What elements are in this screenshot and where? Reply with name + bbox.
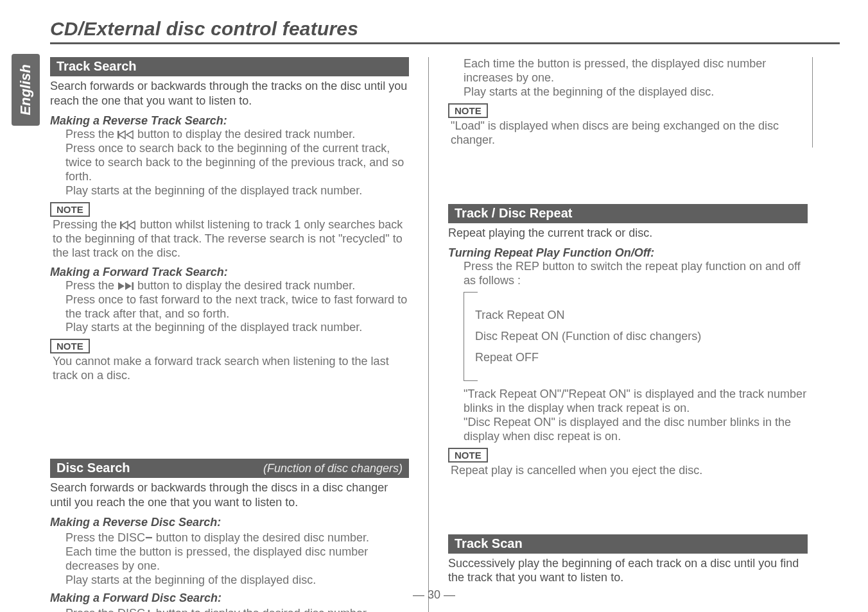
note-label: NOTE xyxy=(448,103,488,118)
svg-marker-4 xyxy=(121,221,128,229)
skip-forward-icon xyxy=(117,282,134,291)
section-bar-disc-search: Disc Search (Function of disc changers) xyxy=(50,459,409,478)
repeat-option-2: Disc Repeat ON (Function of disc changer… xyxy=(475,330,808,343)
repeat-heading: Turning Repeat Play Function On/Off: xyxy=(448,246,808,260)
reverse-track-note: Pressing the button whilst listening to … xyxy=(50,218,409,260)
svg-marker-6 xyxy=(118,282,125,290)
repeat-note: Repeat play is cancelled when you eject … xyxy=(448,464,808,478)
forward-disc-body: Press the DISC+ button to display the de… xyxy=(50,605,409,612)
repeat-intro: Repeat playing the current track or disc… xyxy=(448,226,808,241)
section-bar-track-search: Track Search xyxy=(50,57,409,76)
bar-title: Track Search xyxy=(56,59,137,74)
skip-back-icon xyxy=(117,130,134,139)
section-bar-scan: Track Scan xyxy=(448,534,808,554)
note-label: NOTE xyxy=(448,448,488,463)
scan-intro: Successively play the beginning of each … xyxy=(448,556,808,585)
plus-icon: + xyxy=(145,606,153,612)
disc-forward-note: "Load" is displayed when discs are being… xyxy=(448,119,807,148)
bar-title: Track Scan xyxy=(455,536,523,551)
bar-subtitle: (Function of disc changers) xyxy=(263,462,403,475)
reverse-disc-heading: Making a Reverse Disc Search: xyxy=(50,516,409,529)
svg-marker-1 xyxy=(119,131,125,139)
track-search-intro: Search forwards or backwards through the… xyxy=(50,79,409,108)
svg-marker-2 xyxy=(126,131,133,139)
note-label: NOTE xyxy=(50,202,90,217)
minus-icon: − xyxy=(145,531,153,545)
repeat-option-3: Repeat OFF xyxy=(475,351,808,364)
language-tab: English xyxy=(12,54,40,126)
reverse-track-heading: Making a Reverse Track Search: xyxy=(50,114,409,128)
skip-back-icon xyxy=(120,221,137,230)
forward-track-note: You cannot make a forward track search w… xyxy=(50,355,409,383)
repeat-flow: Track Repeat ON Disc Repeat ON (Function… xyxy=(464,292,808,381)
reverse-track-body: Press the button to display the desired … xyxy=(50,128,409,198)
forward-track-heading: Making a Forward Track Search: xyxy=(50,266,409,279)
svg-marker-5 xyxy=(128,221,135,229)
section-bar-repeat: Track / Disc Repeat xyxy=(448,204,808,223)
svg-marker-7 xyxy=(125,282,132,290)
bar-title: Disc Search xyxy=(56,461,130,475)
bar-title: Track / Disc Repeat xyxy=(455,206,572,221)
disc-search-intro: Search forwards or backwards through the… xyxy=(50,480,409,509)
language-label: English xyxy=(17,64,34,115)
repeat-desc: "Track Repeat ON"/"Repeat ON" is display… xyxy=(448,387,808,444)
page-title: CD/External disc control features xyxy=(50,18,840,44)
svg-rect-8 xyxy=(132,282,134,290)
right-column: Each time the button is pressed, the dis… xyxy=(429,57,808,612)
note-label: NOTE xyxy=(50,339,90,353)
forward-track-body: Press the button to display the desired … xyxy=(50,279,409,336)
repeat-body1: Press the REP button to switch the repea… xyxy=(448,260,808,288)
repeat-option-1: Track Repeat ON xyxy=(475,309,808,322)
reverse-disc-body: Press the DISC− button to display the de… xyxy=(50,529,409,588)
left-column: Track Search Search forwards or backward… xyxy=(50,57,429,612)
page-number: — 30 — xyxy=(0,588,868,602)
disc-forward-cont: Each time the button is pressed, the dis… xyxy=(448,57,807,99)
